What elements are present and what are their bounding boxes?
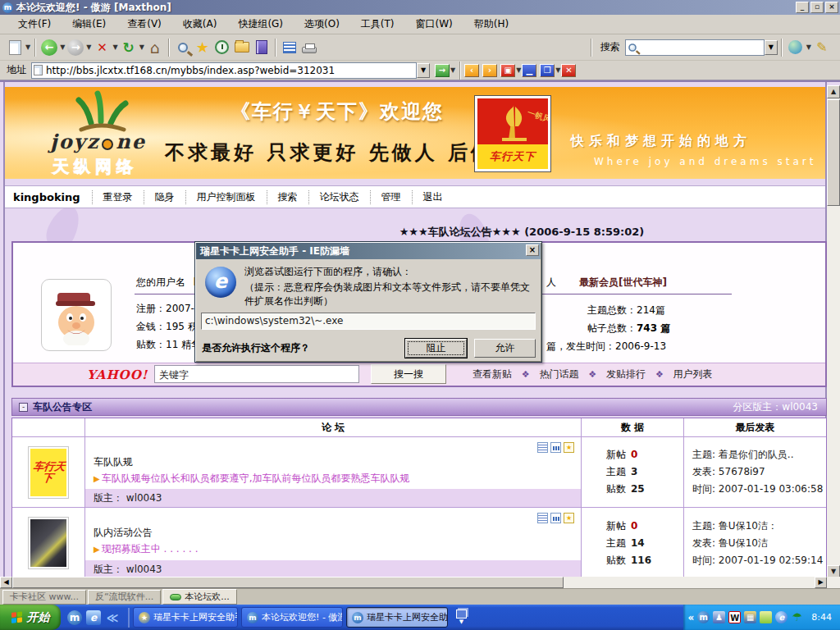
menu-file[interactable]: 文件(F) bbox=[8, 15, 61, 34]
list-view-icon[interactable] bbox=[537, 442, 548, 453]
book-icon[interactable] bbox=[252, 38, 272, 57]
yahoo-keyword-input[interactable]: 关键字 bbox=[154, 365, 359, 383]
nav-invisible[interactable]: 隐身 bbox=[144, 190, 185, 204]
minimize-all-icon[interactable]: ▁ bbox=[522, 64, 536, 77]
window-titlebar[interactable]: m 本论坛欢迎您! - 傲游 [Maxthon] _ ▫ × bbox=[0, 0, 840, 15]
menu-view[interactable]: 查看(V) bbox=[117, 15, 171, 34]
dialog-close-icon[interactable]: × bbox=[526, 244, 539, 256]
nav-admin[interactable]: 管理 bbox=[370, 190, 412, 204]
ie-quicklaunch-icon[interactable]: e bbox=[86, 610, 101, 625]
search-dropdown[interactable]: ▼ bbox=[765, 40, 778, 55]
block-button[interactable]: 阻止 bbox=[405, 339, 467, 358]
menu-groups[interactable]: 快捷组(G) bbox=[228, 15, 293, 34]
taskbar-task-rising2[interactable]: m 瑞星卡卡上网安全助手... bbox=[346, 607, 448, 628]
dialog-titlebar[interactable]: 瑞星卡卡上网安全助手 - IE防漏墙 bbox=[196, 243, 541, 259]
list-view-icon[interactable] bbox=[537, 513, 548, 523]
tray-maxthon-icon[interactable]: m bbox=[697, 611, 710, 623]
forum-description-link[interactable]: ▶车队队规每位队长和队员都要遵守,加车队前每位队员都要熟悉车队队规 bbox=[94, 472, 410, 486]
last-topic[interactable]: 主题: 鲁U保10洁： bbox=[692, 518, 826, 535]
maxthon-quicklaunch-icon[interactable]: m bbox=[67, 610, 82, 625]
horizontal-scrollbar[interactable]: ◀ ▶ bbox=[0, 577, 840, 588]
back-dropdown[interactable]: ▼ bbox=[60, 43, 65, 51]
history-icon[interactable] bbox=[212, 38, 232, 57]
forum-announcement[interactable]: ★★★车队论坛公告★★★ (2006-9-15 8:59:02) bbox=[210, 225, 833, 240]
newest-member[interactable]: 最新会员[世代车神] bbox=[579, 276, 667, 290]
prev-tab-icon[interactable]: ‹ bbox=[464, 64, 479, 77]
tray-rising-umbrella-icon[interactable]: ☂ bbox=[791, 611, 803, 623]
address-input[interactable]: http://bbs.jlcxtx.tf168.cn/mybbs/index.a… bbox=[31, 62, 417, 79]
back-icon[interactable]: ← bbox=[39, 38, 59, 57]
forward-icon[interactable]: → bbox=[66, 38, 85, 57]
minimize-button[interactable]: _ bbox=[796, 2, 809, 13]
link-hot-topics[interactable]: 热门话题 bbox=[540, 368, 579, 380]
vertical-scrollbar[interactable]: ▲ ▼ bbox=[827, 85, 840, 577]
stop-dropdown[interactable]: ▼ bbox=[112, 43, 117, 51]
close-button[interactable]: × bbox=[825, 2, 838, 13]
address-dropdown[interactable]: ▼ bbox=[417, 63, 430, 78]
show-desktop-icon[interactable]: ▼ bbox=[456, 609, 467, 625]
reading-list-icon[interactable] bbox=[280, 38, 299, 57]
new-page-icon[interactable] bbox=[5, 38, 25, 57]
go-button[interactable]: → bbox=[435, 64, 450, 77]
nav-forum-status[interactable]: 论坛状态 bbox=[308, 190, 370, 204]
tab-anti-malware[interactable]: 反“流氓软件... bbox=[88, 590, 161, 605]
scroll-left-icon[interactable]: ◀ bbox=[0, 577, 12, 588]
tray-w-icon[interactable]: W bbox=[728, 611, 741, 623]
stats-chart-icon[interactable] bbox=[550, 513, 561, 523]
search-input[interactable] bbox=[625, 39, 765, 56]
menu-favorites[interactable]: 收藏(A) bbox=[173, 15, 227, 34]
maximize-button[interactable]: ▫ bbox=[810, 2, 824, 13]
forum-title-link[interactable]: 队内活动公告 bbox=[94, 526, 153, 540]
nav-search[interactable]: 搜索 bbox=[267, 190, 308, 204]
forward-dropdown[interactable]: ▼ bbox=[86, 43, 91, 51]
moderator-bar[interactable]: 版主： wl0043 bbox=[85, 489, 581, 507]
link-new-posts[interactable]: 查看新贴 bbox=[472, 368, 512, 380]
stop-icon[interactable]: ✕ bbox=[92, 38, 112, 57]
close-tab-icon[interactable]: ▣ bbox=[500, 64, 515, 77]
last-topic[interactable]: 主题: 着是你们的队员.. bbox=[692, 446, 826, 463]
favorite-star-icon[interactable]: ★ bbox=[564, 513, 574, 523]
new-page-dropdown[interactable]: ▼ bbox=[25, 43, 30, 51]
arrow-quicklaunch-icon[interactable]: ≪ bbox=[105, 610, 120, 625]
horizontal-scroll-thumb[interactable] bbox=[12, 577, 564, 588]
section-header[interactable]: - 车队公告专区 分区版主：wl0043 bbox=[11, 398, 827, 416]
nav-user-panel[interactable]: 用户控制面板 bbox=[185, 190, 267, 204]
section-title[interactable]: 车队公告专区 bbox=[33, 400, 92, 414]
favorites-star-icon[interactable]: ★ bbox=[193, 38, 212, 57]
link-post-ranking[interactable]: 发贴排行 bbox=[606, 368, 646, 380]
scroll-up-icon[interactable]: ▲ bbox=[827, 85, 840, 98]
menu-window[interactable]: 窗口(W) bbox=[406, 15, 463, 34]
link-user-list[interactable]: 用户列表 bbox=[673, 368, 713, 380]
forum-description-link[interactable]: ▶现招募版主中 . . . . . . bbox=[94, 542, 198, 556]
start-button[interactable]: 开始 bbox=[0, 605, 61, 630]
next-tab-icon[interactable]: › bbox=[482, 64, 497, 77]
nav-relogin[interactable]: 重登录 bbox=[92, 190, 144, 204]
moderator-bar[interactable]: 版主： wl0043 bbox=[85, 560, 581, 577]
go-dropdown[interactable]: ▼ bbox=[450, 66, 455, 74]
last-author[interactable]: 发表: 57678i97 bbox=[692, 463, 826, 481]
menu-tools[interactable]: 工具(T) bbox=[351, 15, 404, 34]
close-all-icon[interactable]: ✕ bbox=[561, 64, 576, 77]
globe-dropdown[interactable]: ▼ bbox=[806, 43, 811, 51]
collapse-icon[interactable]: - bbox=[19, 403, 28, 412]
favorite-star-icon[interactable]: ★ bbox=[564, 442, 574, 453]
print-icon[interactable] bbox=[299, 38, 319, 57]
allow-button[interactable]: 允许 bbox=[474, 339, 536, 358]
tray-clock[interactable]: 8:44 bbox=[811, 612, 832, 623]
menu-edit[interactable]: 编辑(E) bbox=[62, 15, 116, 34]
nav-logout[interactable]: 退出 bbox=[412, 190, 454, 204]
stats-chart-icon[interactable] bbox=[550, 442, 561, 453]
refresh-dropdown[interactable]: ▼ bbox=[139, 43, 144, 51]
restore-all-icon[interactable]: ❐ bbox=[540, 64, 555, 77]
tab-current-forum[interactable]: 本论坛欢... bbox=[162, 589, 237, 605]
tab-kaka-community[interactable]: 卡卡社区 www... bbox=[2, 590, 86, 605]
refresh-icon[interactable]: ↻ bbox=[119, 38, 139, 57]
forum-title-link[interactable]: 车队队规 bbox=[94, 455, 133, 469]
tray-messenger-icon[interactable]: ♟ bbox=[713, 611, 725, 623]
tray-firewall-shield-icon[interactable]: ▦ bbox=[744, 611, 756, 623]
translate-globe-icon[interactable] bbox=[786, 38, 806, 57]
yahoo-search-button[interactable]: 搜一搜 bbox=[371, 364, 446, 384]
address-url[interactable]: http://bbs.jlcxtx.tf168.cn/mybbs/index.a… bbox=[46, 65, 335, 76]
tray-ie-icon[interactable]: e bbox=[775, 611, 788, 623]
home-icon[interactable]: ⌂ bbox=[145, 38, 165, 57]
